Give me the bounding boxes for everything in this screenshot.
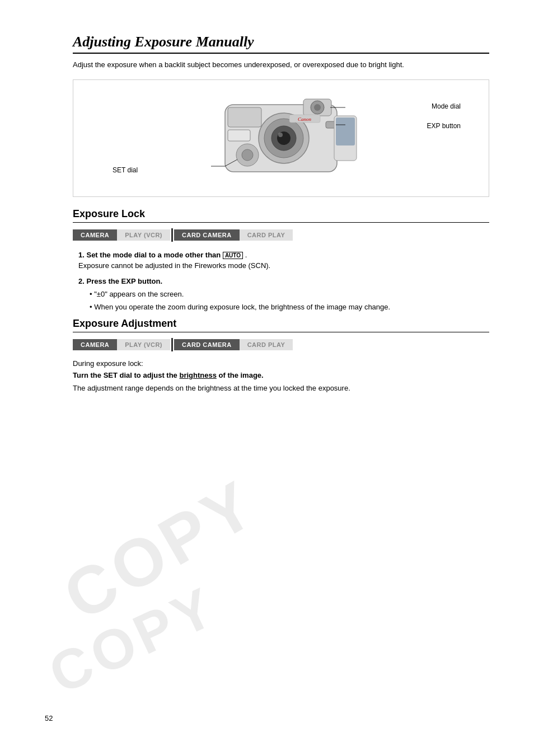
step-1-period: .: [245, 251, 247, 259]
camera-illustration: Canon: [191, 88, 371, 189]
step-list: 1. Set the mode dial to a mode other tha…: [78, 250, 489, 313]
exp-button-label: EXP button: [427, 122, 461, 130]
mode-camera-2: CAMERA: [73, 339, 117, 350]
step-2-bullets: "±0" appears on the screen. When you ope…: [90, 289, 489, 312]
exposure-lock-section: Exposure Lock CAMERA PLAY (VCR) CARD CAM…: [73, 208, 489, 313]
mode-play-vcr: PLAY (VCR): [117, 229, 170, 241]
page-number: 52: [45, 714, 53, 722]
step-2-num: 2.: [78, 277, 86, 285]
svg-point-12: [242, 149, 253, 161]
copy-watermark-2: COPY: [39, 574, 226, 707]
mode-separator-2: [171, 338, 173, 351]
step-1-detail: Exposure cannot be adjusted in the Firew…: [78, 261, 270, 270]
svg-rect-10: [228, 107, 261, 127]
mode-card-camera: CARD CAMERA: [174, 229, 240, 241]
diagram-container: Canon Mode dial EXP button SET dial: [85, 91, 477, 185]
bullet-1: "±0" appears on the screen.: [90, 289, 489, 300]
exposure-adjustment-title: Exposure Adjustment: [73, 318, 489, 332]
set-dial-label: SET dial: [113, 166, 138, 174]
auto-icon: AUTO: [223, 252, 243, 259]
page-title: Adjusting Exposure Manually: [73, 34, 489, 54]
exposure-lock-title: Exposure Lock: [73, 208, 489, 223]
camera-diagram: Canon Mode dial EXP button SET dial: [73, 79, 489, 197]
mode-card-play-2: CARD PLAY: [240, 339, 293, 350]
mode-card-camera-2: CARD CAMERA: [174, 339, 240, 350]
intro-text: Adjust the exposure when a backlit subje…: [73, 59, 489, 71]
exposure-lock-mode-bar: CAMERA PLAY (VCR) CARD CAMERA CARD PLAY: [73, 228, 489, 242]
bullet-2: When you operate the zoom during exposur…: [90, 302, 489, 313]
step-1-num: 1.: [78, 251, 86, 259]
step-2: 2. Press the EXP button. "±0" appears on…: [78, 276, 489, 313]
mode-play-vcr-2: PLAY (VCR): [117, 339, 170, 350]
mode-camera: CAMERA: [73, 229, 117, 241]
step-2-main: Press the EXP button.: [86, 277, 162, 285]
svg-rect-13: [228, 130, 250, 141]
copy-watermark-1: COPY: [50, 464, 269, 635]
exposure-adjustment-mode-bar: CAMERA PLAY (VCR) CARD CAMERA CARD PLAY: [73, 338, 489, 351]
page: Adjusting Exposure Manually Adjust the e…: [0, 0, 534, 756]
step-1: 1. Set the mode dial to a mode other tha…: [78, 250, 489, 271]
during-lock-text: During exposure lock:: [73, 359, 489, 368]
svg-point-8: [314, 104, 321, 111]
svg-rect-17: [336, 118, 355, 145]
step-1-main: Set the mode dial to a mode other than: [86, 251, 222, 259]
exposure-adjustment-section: Exposure Adjustment CAMERA PLAY (VCR) CA…: [73, 318, 489, 394]
action-text: Turn the SET dial to adjust the brightne…: [73, 371, 489, 379]
svg-point-5: [278, 133, 283, 137]
svg-text:Canon: Canon: [298, 116, 312, 122]
mode-separator: [171, 228, 173, 242]
mode-dial-label: Mode dial: [432, 102, 461, 110]
mode-card-play: CARD PLAY: [240, 229, 293, 241]
adjustment-desc: The adjustment range depends on the brig…: [73, 383, 489, 394]
